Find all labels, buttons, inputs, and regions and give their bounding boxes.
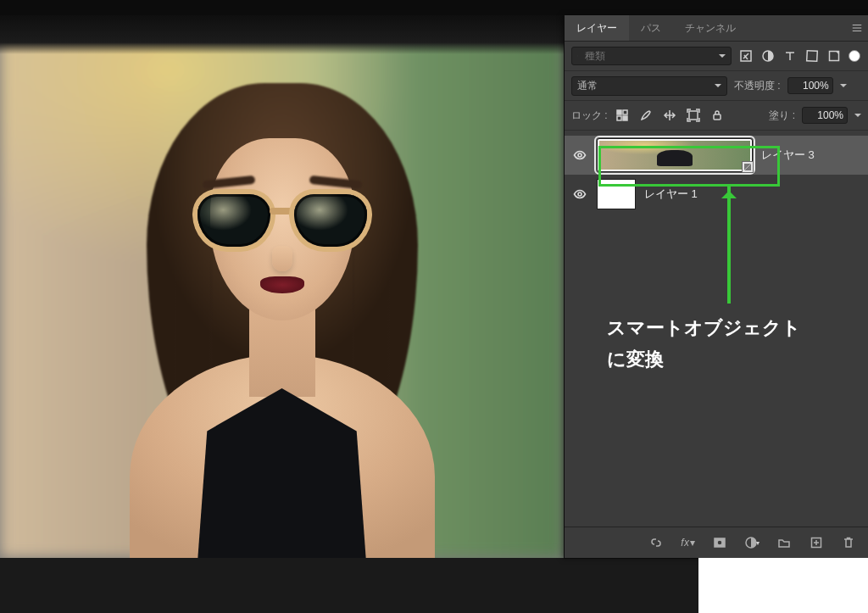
- lock-row: ロック : 塗り : 100%: [565, 101, 868, 131]
- layer-filter-row: [565, 42, 868, 71]
- svg-rect-5: [617, 110, 621, 114]
- link-layers-icon[interactable]: [648, 535, 664, 550]
- search-icon: [577, 51, 578, 61]
- panel-menu-button[interactable]: [846, 15, 868, 41]
- svg-point-12: [578, 192, 581, 196]
- fill-value[interactable]: 100%: [802, 107, 848, 124]
- delete-layer-icon[interactable]: [841, 535, 856, 550]
- layer-row[interactable]: レイヤー 1: [565, 175, 868, 214]
- svg-rect-8: [617, 116, 621, 120]
- blend-mode-select[interactable]: 通常: [571, 76, 727, 96]
- annotation-arrow: [727, 185, 731, 304]
- layers-panel: レイヤー パス チャンネル 通常: [564, 15, 868, 559]
- tab-channels[interactable]: チャンネル: [673, 15, 748, 41]
- tab-paths[interactable]: パス: [629, 15, 673, 41]
- blend-row: 通常 不透明度 : 100%: [565, 71, 868, 101]
- smart-object-badge-icon: [742, 161, 754, 173]
- opacity-label: 不透明度 :: [734, 79, 781, 93]
- annotation-text: スマートオブジェクト に変換: [607, 312, 801, 376]
- svg-rect-7: [623, 110, 627, 114]
- chevron-down-icon[interactable]: [854, 109, 861, 121]
- layer-row[interactable]: レイヤー 3: [565, 136, 868, 175]
- svg-point-14: [717, 540, 722, 545]
- layer-name[interactable]: レイヤー 3: [761, 148, 815, 163]
- fill-label: 塗り :: [769, 109, 795, 123]
- svg-point-11: [578, 153, 581, 157]
- layer-filter-select[interactable]: [571, 47, 732, 65]
- layer-thumbnail[interactable]: [597, 179, 636, 209]
- layers-panel-footer: fx▾ ▾: [565, 527, 868, 558]
- lock-label: ロック :: [571, 109, 608, 123]
- opacity-value[interactable]: 100%: [787, 77, 833, 94]
- filter-pixel-icon[interactable]: [738, 48, 754, 64]
- chevron-down-icon: [719, 50, 726, 62]
- canvas-photo: [0, 15, 564, 558]
- new-group-icon[interactable]: [776, 535, 792, 550]
- filter-smart-icon[interactable]: [826, 48, 842, 64]
- page-background-gap: [698, 558, 868, 613]
- svg-rect-9: [689, 111, 698, 120]
- svg-rect-6: [623, 116, 627, 120]
- layers-list: レイヤー 3 レイヤー 1: [565, 131, 868, 219]
- layer-thumbnail[interactable]: [597, 138, 753, 172]
- filter-type-icon[interactable]: [782, 48, 798, 64]
- svg-rect-10: [714, 114, 721, 120]
- lock-all-icon[interactable]: [709, 108, 725, 123]
- layer-filter-input[interactable]: [583, 49, 714, 63]
- add-mask-icon[interactable]: [712, 535, 727, 550]
- visibility-toggle[interactable]: [571, 148, 588, 162]
- tab-layers[interactable]: レイヤー: [565, 15, 629, 41]
- filter-toggle-swatch[interactable]: [849, 50, 860, 62]
- layer-fx-button[interactable]: fx▾: [681, 537, 695, 549]
- lock-position-icon[interactable]: [662, 108, 677, 123]
- new-adjustment-icon[interactable]: ▾: [744, 535, 760, 550]
- panel-tabs: レイヤー パス チャンネル: [565, 15, 868, 42]
- visibility-toggle[interactable]: [571, 187, 588, 201]
- layer-name[interactable]: レイヤー 1: [644, 187, 698, 202]
- lock-artboard-icon[interactable]: [686, 108, 701, 123]
- svg-rect-3: [807, 51, 818, 62]
- filter-shape-icon[interactable]: [804, 48, 820, 64]
- chevron-down-icon[interactable]: [840, 80, 847, 92]
- blend-mode-value: 通常: [577, 79, 598, 93]
- app-topstrip: [0, 0, 868, 15]
- new-layer-icon[interactable]: [809, 535, 824, 550]
- annotation-line2: に変換: [607, 343, 801, 375]
- lock-transparent-icon[interactable]: [615, 108, 630, 123]
- lock-paint-icon[interactable]: [638, 108, 654, 123]
- chevron-down-icon: [715, 80, 721, 92]
- filter-adjustment-icon[interactable]: [760, 48, 776, 64]
- document-canvas[interactable]: [0, 15, 564, 558]
- svg-point-0: [577, 56, 578, 57]
- annotation-line1: スマートオブジェクト: [607, 312, 801, 343]
